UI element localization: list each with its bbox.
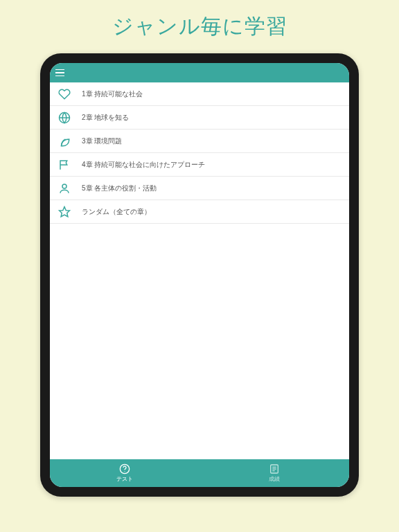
list-item-label: 5章 各主体の役割・活動	[82, 184, 157, 193]
list-item[interactable]: 5章 各主体の役割・活動	[50, 177, 349, 200]
leaf-icon	[58, 135, 71, 148]
list-item-label: 4章 持続可能な社会に向けたアプローチ	[82, 160, 205, 170]
flag-icon	[58, 159, 71, 171]
heart-icon	[58, 88, 71, 100]
list-item-label: 2章 地球を知る	[82, 113, 129, 123]
list-item[interactable]: 1章 持続可能な社会	[50, 82, 349, 106]
globe-icon	[58, 112, 71, 124]
tablet-frame: 1章 持続可能な社会 2章 地球を知る 3章 環境問題 4章 持続可能な社会に向…	[40, 53, 359, 497]
list-item-label: 1章 持続可能な社会	[82, 89, 143, 99]
chapter-list: 1章 持続可能な社会 2章 地球を知る 3章 環境問題 4章 持続可能な社会に向…	[50, 82, 349, 459]
menu-icon[interactable]	[55, 66, 69, 80]
svg-point-4	[124, 471, 125, 472]
svg-marker-2	[60, 206, 70, 216]
svg-point-1	[62, 184, 66, 188]
list-item[interactable]: 3章 環境問題	[50, 130, 349, 153]
list-item-label: ランダム（全ての章）	[82, 207, 151, 217]
page-title: ジャンル毎に学習	[112, 12, 287, 41]
star-icon	[58, 206, 71, 218]
help-icon	[119, 463, 130, 475]
list-icon	[269, 463, 280, 475]
person-icon	[58, 182, 71, 195]
tab-label: テスト	[116, 475, 133, 483]
tab-bar: テスト 成績	[50, 459, 349, 487]
list-item[interactable]: 2章 地球を知る	[50, 106, 349, 130]
list-item[interactable]: 4章 持続可能な社会に向けたアプローチ	[50, 153, 349, 177]
tablet-screen: 1章 持続可能な社会 2章 地球を知る 3章 環境問題 4章 持続可能な社会に向…	[50, 63, 349, 487]
app-bar	[50, 63, 349, 82]
tab-test[interactable]: テスト	[50, 463, 200, 483]
list-item[interactable]: ランダム（全ての章）	[50, 200, 349, 224]
list-item-label: 3章 環境問題	[82, 136, 122, 146]
tab-results[interactable]: 成績	[200, 463, 349, 483]
tab-label: 成績	[269, 475, 280, 483]
